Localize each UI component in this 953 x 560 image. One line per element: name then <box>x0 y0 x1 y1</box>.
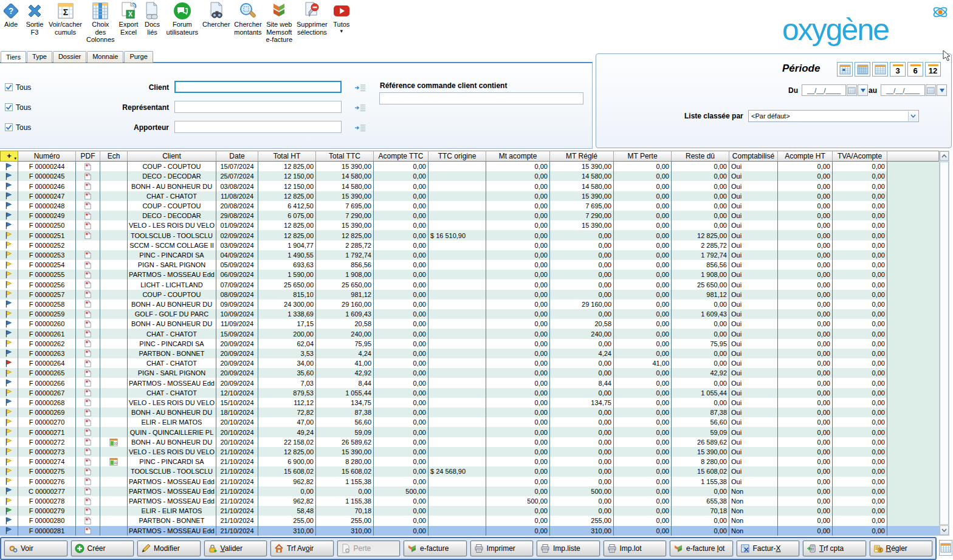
table-row[interactable]: F 00000245DECO - DECODAR25/07/202412 150… <box>0 171 939 181</box>
factur-x-button[interactable]: Factur-X <box>737 541 800 556</box>
scroll-down-button[interactable] <box>940 525 949 535</box>
column-header-comptabilise[interactable]: Comptabilisé <box>729 151 778 162</box>
table-row[interactable]: F 00000263PARTBON - BONNET20/09/20243,53… <box>0 349 939 358</box>
valider-button[interactable]: Valider <box>204 541 267 556</box>
grid-options-button[interactable] <box>939 540 952 556</box>
table-row[interactable]: F 00000249DECO - DECODAR29/08/20246 075,… <box>0 211 939 220</box>
date-from-dropdown-button[interactable] <box>858 84 868 96</box>
representant-input[interactable] <box>174 101 342 113</box>
column-header-pdf[interactable]: PDF <box>76 151 100 162</box>
reference-input[interactable] <box>379 92 583 104</box>
date-from-input[interactable] <box>802 84 846 96</box>
imp-liste-button[interactable]: Imp.liste <box>537 541 600 556</box>
table-row[interactable]: F 00000271QUIN - QUINCAILLERIE PL20/10/2… <box>0 427 939 437</box>
table-corner-button[interactable]: +▾ <box>0 151 18 162</box>
imprimer-button[interactable]: Imprimer <box>470 541 534 556</box>
apporteur-input[interactable] <box>174 121 342 133</box>
table-row[interactable]: F 00000250VELO - LES ROIS DU VELO01/09/2… <box>0 220 939 230</box>
apporteur-lookup-icon[interactable] <box>354 123 366 134</box>
regler-button[interactable]: €Régler <box>870 541 933 556</box>
table-row[interactable]: F 0000027210BONH - AU BONHEUR DU20/10/20… <box>0 437 939 447</box>
table-row[interactable]: F 00000244COUP - COUPTOU15/07/202412 825… <box>0 162 939 171</box>
table-row[interactable]: F 00000278PARTMOS - MOSSEAU Edd21/10/202… <box>0 496 939 506</box>
table-row[interactable]: F 00000259GOLF - GOLF DU PARC10/09/20241… <box>0 309 939 319</box>
column-header-filler[interactable] <box>887 151 939 162</box>
table-row[interactable]: F 00000279ELIR - ELIR MATOS21/10/202458,… <box>0 506 939 516</box>
modifier-button[interactable]: Modifier <box>137 541 201 556</box>
representant-lookup-icon[interactable] <box>354 103 366 114</box>
column-header-date[interactable]: Date <box>216 151 258 162</box>
table-row[interactable]: F 00000251TOOLSCLUB - TOOLSCLU02/09/2024… <box>0 230 939 240</box>
tous-checkbox-apporteur[interactable] <box>5 123 13 134</box>
periode-6-mois-button[interactable]: 6 <box>907 62 923 77</box>
periode-3-mois-button[interactable]: 3 <box>890 62 906 77</box>
client-input[interactable] <box>174 81 342 93</box>
voir-button[interactable]: Voir <box>4 541 67 556</box>
date-to-dropdown-button[interactable] <box>937 84 947 96</box>
client-lookup-icon[interactable] <box>354 83 366 94</box>
tab-dossier[interactable]: Dossier <box>53 51 86 63</box>
column-header-tva-acompte[interactable]: TVA/Acompte <box>833 151 887 162</box>
column-header-acompte-ttc[interactable]: Acompte TTC <box>374 151 428 162</box>
toolbar-choix-des-colonnes-button[interactable]: Choix des Colonnes <box>86 1 114 44</box>
table-row[interactable]: F 00000262PINC - PINCARDI SA20/09/202462… <box>0 339 939 349</box>
trf-cpta-button[interactable]: Trf cpta <box>803 541 866 556</box>
table-row[interactable]: F 00000247CHAT - CHATOT11/08/202412 825,… <box>0 191 939 201</box>
tab-type[interactable]: Type <box>27 51 52 63</box>
column-header-total-ht[interactable]: Total HT <box>258 151 316 162</box>
date-to-input[interactable] <box>881 84 925 96</box>
table-row[interactable]: F 00000253PINC - PINCARDI SA04/09/20241 … <box>0 250 939 260</box>
tous-checkbox-representant[interactable] <box>5 103 13 114</box>
table-row[interactable]: F 00000280PARTBON - BONNET21/10/2024255,… <box>0 516 939 525</box>
table-row[interactable]: F 00000265PIGN - SARL PIGNON20/09/202435… <box>0 368 939 378</box>
toolbar-tutos-button[interactable]: Tutos▾ <box>332 1 351 34</box>
table-row[interactable]: F 00000256LICHT - LICHTLAND07/09/202425 … <box>0 279 939 289</box>
table-row[interactable]: F 00000252SCCM - SCCM COLLAGE II03/09/20… <box>0 241 939 250</box>
table-row[interactable]: F 00000268VELO - LES ROIS DU VELO15/10/2… <box>0 398 939 408</box>
column-header-ech[interactable]: Ech <box>100 151 128 162</box>
vertical-scrollbar[interactable] <box>939 151 949 536</box>
scrollbar-thumb[interactable] <box>940 162 949 525</box>
table-row[interactable]: F 00000276PARTMOS - MOSSEAU Edd21/10/202… <box>0 477 939 487</box>
e-facture-button[interactable]: e-facture <box>404 541 467 556</box>
trf-avoir-button[interactable]: Trf Avoir <box>270 541 334 556</box>
toolbar-dropdown-arrow-icon[interactable]: ▾ <box>340 29 343 34</box>
toolbar-voir-cacher-cumuls-button[interactable]: ΣVoir/cacher cumuls <box>49 1 82 36</box>
creer-button[interactable]: Créer <box>71 541 134 556</box>
toolbar-chercher-button[interactable]: Chercher <box>202 1 230 29</box>
column-header-numero[interactable]: Numéro <box>18 151 76 162</box>
table-row[interactable]: F 00000275TOOLSCLUB - TOOLSCLU21/10/2024… <box>0 466 939 476</box>
column-header-acompte-ht[interactable]: Acompte HT <box>778 151 833 162</box>
table-row[interactable]: F 00000273VELO - LES ROIS DU VELO21/10/2… <box>0 447 939 457</box>
toolbar-chercher-montants-button[interactable]: Chercher montants <box>234 1 261 36</box>
toolbar-site-web-memsoft-button[interactable]: Site web Memsoft e-facture <box>266 1 292 44</box>
date-to-calendar-button[interactable] <box>926 84 936 96</box>
table-row[interactable]: F 00000270ELIR - ELIR MATOS20/10/202447,… <box>0 417 939 427</box>
column-header-mt-regle[interactable]: MT Réglé <box>550 151 614 162</box>
liste-classee-select[interactable]: <Par défaut> <box>748 110 919 122</box>
periode-semaine-button[interactable] <box>855 62 870 77</box>
table-row[interactable]: F 00000281PARTMOS - MOSSEAU Edd21/10/202… <box>0 526 939 536</box>
table-row[interactable]: F 00000260BONH - AU BONHEUR DU11/09/2024… <box>0 319 939 329</box>
toolbar-docs-lies-button[interactable]: Docs liés <box>143 1 162 36</box>
scroll-up-button[interactable] <box>940 151 949 161</box>
table-row[interactable]: F 00000267CHAT - CHATOT12/10/2024879,531… <box>0 388 939 398</box>
table-row[interactable]: F 0000027410PINC - PINCARDI SA21/10/2024… <box>0 457 939 466</box>
toolbar-aide-button[interactable]: ?Aide <box>1 1 21 29</box>
imp-lot-button[interactable]: Imp.lot <box>604 541 667 556</box>
table-row[interactable]: F 00000257COUP - COUPTOU08/09/2024815,10… <box>0 290 939 299</box>
toolbar-sortie-button[interactable]: Sortie F3 <box>25 1 44 36</box>
column-header-reste-du[interactable]: Reste dû <box>672 151 729 162</box>
tab-tiers[interactable]: Tiers <box>1 51 26 63</box>
table-row[interactable]: F 00000254PIGN - SARL PIGNON05/09/202469… <box>0 260 939 270</box>
table-row[interactable]: F 00000269BONH - AU BONHEUR DU18/10/2024… <box>0 408 939 417</box>
table-row[interactable]: F 00000258BONH - AU BONHEUR DU09/09/2024… <box>0 299 939 309</box>
toolbar-forum-utilisateurs-button[interactable]: Forum utilisateurs <box>167 1 199 36</box>
periode-jour-button[interactable] <box>837 62 853 77</box>
table-row[interactable]: F 00000264CHAT - CHATOT20/09/202434,0041… <box>0 358 939 368</box>
column-header-client[interactable]: Client <box>128 151 216 162</box>
column-header-mt-perte[interactable]: MT Perte <box>614 151 672 162</box>
tab-monnaie[interactable]: Monnaie <box>87 51 123 63</box>
toolbar-export-excel-button[interactable]: XExport Excel <box>119 1 139 36</box>
table-row[interactable]: F 00000266PARTMOS - MOSSEAU Edd20/09/202… <box>0 378 939 388</box>
